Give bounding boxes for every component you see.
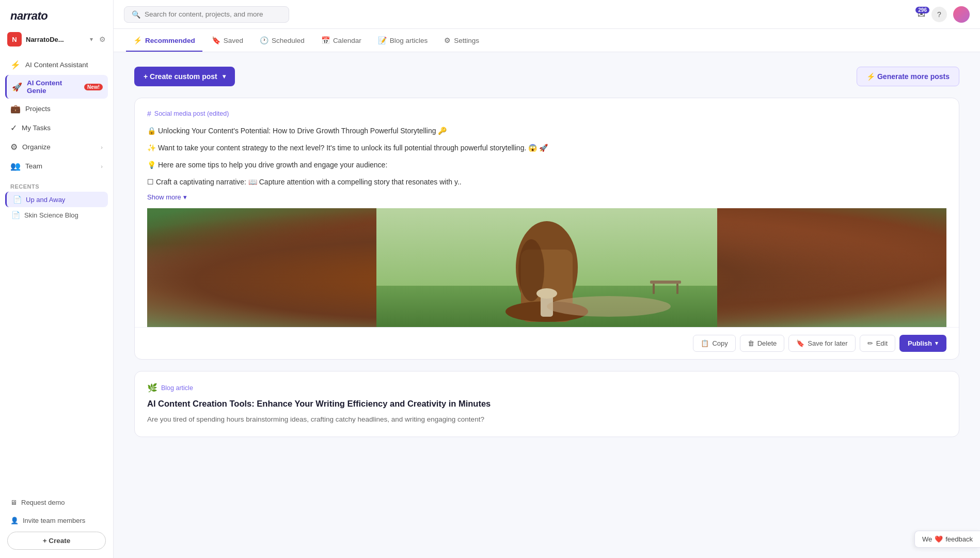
user-avatar[interactable] — [953, 6, 970, 23]
post-type-label: Social media post (edited) — [154, 110, 229, 117]
publish-button[interactable]: Publish ▾ — [899, 335, 946, 352]
help-button[interactable]: ? — [931, 7, 947, 22]
sidebar-item-team[interactable]: 👥 Team › — [5, 157, 108, 175]
workspace-chevron-icon: ▾ — [90, 36, 93, 43]
blog-icon: 🌿 — [147, 383, 157, 393]
post-line-1: 🔒 Unlocking Your Content's Potential: Ho… — [147, 125, 946, 137]
save-for-later-button[interactable]: 🔖 Save for later — [788, 335, 855, 352]
sidebar-item-organize[interactable]: ⚙ Organize › — [5, 138, 108, 156]
svg-rect-9 — [653, 284, 655, 294]
hashtag-icon: # — [147, 110, 151, 118]
svg-rect-8 — [650, 281, 681, 284]
invite-team-members-link[interactable]: 👤 Invite team members — [7, 514, 106, 528]
chevron-down-icon: ▾ — [935, 340, 938, 347]
feedback-button[interactable]: We ❤️ feedback — [914, 531, 980, 548]
recents-title: Recents — [0, 177, 113, 192]
topbar-right: ✉ 296 ? — [918, 6, 970, 23]
bookmark-icon: 🔖 — [796, 339, 804, 347]
we-text: We — [922, 535, 932, 543]
sidebar-item-label: AI Content Genie — [27, 79, 77, 95]
trash-icon: 🗑 — [748, 339, 754, 347]
settings-tab-icon: ⚙ — [444, 36, 451, 44]
sidebar-item-ai-content-genie[interactable]: 🚀 AI Content Genie New! — [5, 75, 108, 99]
create-post-label: + Create custom post — [144, 72, 217, 81]
logo-text: narrato — [10, 9, 48, 23]
chevron-right-icon: › — [101, 163, 103, 169]
copy-icon: 📋 — [701, 339, 709, 347]
sidebar-item-label: My Tasks — [22, 124, 51, 132]
post-image — [147, 208, 946, 327]
sidebar-item-projects[interactable]: 💼 Projects — [5, 100, 108, 118]
workspace-row[interactable]: N NarratoDe... ▾ ⚙ — [0, 29, 113, 54]
monitor-icon: 🖥 — [10, 499, 17, 506]
edit-button[interactable]: ✏ Edit — [860, 335, 895, 352]
edit-label: Edit — [876, 339, 888, 347]
tab-settings[interactable]: ⚙ Settings — [437, 29, 486, 52]
nav-tabs: ⚡ Recommended 🔖 Saved 🕐 Scheduled 📅 Cale… — [114, 29, 980, 52]
doc-icon: 📄 — [13, 195, 22, 204]
workspace-gear-icon[interactable]: ⚙ — [99, 35, 106, 43]
invite-team-label: Invite team members — [23, 517, 85, 524]
sidebar-item-label: Projects — [25, 105, 51, 113]
tab-blog-articles[interactable]: 📝 Blog articles — [371, 29, 435, 52]
blog-title: AI Content Creation Tools: Enhance Your … — [147, 399, 946, 409]
sidebar-nav: ⚡ AI Content Assistant 🚀 AI Content Geni… — [0, 54, 113, 177]
feedback-label: feedback — [945, 535, 973, 543]
create-custom-post-button[interactable]: + Create custom post ▾ — [134, 67, 235, 86]
recent-item-label: Skin Science Blog — [24, 211, 78, 219]
svg-rect-10 — [676, 284, 678, 294]
svg-point-11 — [547, 296, 671, 317]
content-area: + Create custom post ▾ ⚡ Generate more p… — [114, 52, 980, 558]
content-header: + Create custom post ▾ ⚡ Generate more p… — [134, 67, 959, 86]
main-area: 🔍 ✉ 296 ? ⚡ Recommended 🔖 Saved 🕐 Schedu… — [114, 0, 980, 558]
post-actions: 📋 Copy 🗑 Delete 🔖 Save for later ✏ Edit … — [135, 327, 959, 359]
copy-button[interactable]: 📋 Copy — [693, 335, 735, 352]
post-line-2: ✨ Want to take your content strategy to … — [147, 142, 946, 154]
post-card-body: # Social media post (edited) 🔒 Unlocking… — [135, 98, 959, 327]
rocket-icon: 🚀 — [12, 82, 22, 92]
calendar-tab-icon: 📅 — [321, 36, 330, 44]
blog-type-tag: 🌿 Blog article — [147, 383, 946, 393]
tab-calendar[interactable]: 📅 Calendar — [314, 29, 369, 52]
show-more-button[interactable]: Show more ▾ — [147, 193, 946, 201]
save-later-label: Save for later — [808, 339, 847, 347]
chevron-down-icon: ▾ — [223, 73, 226, 80]
recent-item-skin-science-blog[interactable]: 📄 Skin Science Blog — [5, 207, 108, 223]
request-demo-link[interactable]: 🖥 Request demo — [7, 495, 106, 509]
tab-label: Settings — [454, 37, 479, 44]
briefcase-icon: 💼 — [10, 104, 21, 114]
request-demo-label: Request demo — [21, 499, 65, 506]
post-image-inner — [147, 208, 946, 327]
recent-item-up-and-away[interactable]: 📄 Up and Away — [5, 192, 108, 207]
tab-label: Blog articles — [390, 37, 428, 44]
create-button[interactable]: + Create — [7, 532, 106, 550]
chevron-right-icon: › — [101, 144, 103, 150]
svg-point-7 — [536, 288, 557, 299]
search-icon: 🔍 — [132, 10, 140, 19]
sidebar: narrato N NarratoDe... ▾ ⚙ ⚡ AI Content … — [0, 0, 114, 558]
tab-recommended[interactable]: ⚡ Recommended — [126, 29, 202, 52]
tab-label: Saved — [224, 37, 243, 44]
heart-icon: ❤️ — [935, 535, 943, 543]
sidebar-item-my-tasks[interactable]: ✓ My Tasks — [5, 119, 108, 137]
recent-item-label: Up and Away — [26, 196, 65, 204]
tab-saved[interactable]: 🔖 Saved — [204, 29, 250, 52]
chevron-down-icon: ▾ — [183, 193, 187, 201]
tab-scheduled[interactable]: 🕐 Scheduled — [252, 29, 312, 52]
lightning-tab-icon: ⚡ — [133, 36, 142, 44]
sidebar-item-label: Organize — [22, 143, 51, 151]
tab-label: Recommended — [145, 37, 195, 44]
generate-more-posts-button[interactable]: ⚡ Generate more posts — [857, 67, 959, 86]
blog-type-label: Blog article — [161, 384, 193, 392]
bookmark-tab-icon: 🔖 — [212, 36, 220, 44]
notification-button[interactable]: ✉ 296 — [918, 9, 925, 20]
search-input[interactable] — [145, 10, 281, 18]
blog-excerpt: Are you tired of spending hours brainsto… — [147, 414, 946, 425]
doc-icon: 📄 — [11, 211, 20, 219]
publish-label: Publish — [908, 339, 932, 347]
post-line-4: ☐ Craft a captivating narrative: 📖 Captu… — [147, 176, 946, 188]
search-bar[interactable]: 🔍 — [124, 6, 289, 23]
sidebar-item-ai-content-assistant[interactable]: ⚡ AI Content Assistant — [5, 56, 108, 74]
new-badge: New! — [84, 84, 103, 90]
delete-button[interactable]: 🗑 Delete — [740, 335, 785, 352]
